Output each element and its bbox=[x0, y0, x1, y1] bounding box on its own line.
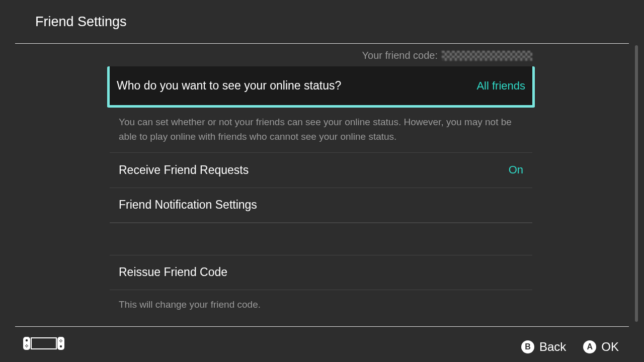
svg-point-5 bbox=[26, 344, 27, 345]
ok-label: OK bbox=[601, 340, 619, 354]
spacer-row bbox=[110, 223, 532, 255]
svg-point-7 bbox=[27, 345, 28, 346]
setting-receive-requests-value: On bbox=[509, 163, 523, 176]
header: Friend Settings bbox=[0, 0, 644, 43]
b-button-icon: B bbox=[521, 340, 534, 353]
svg-point-8 bbox=[26, 346, 27, 347]
svg-point-12 bbox=[60, 341, 61, 342]
setting-online-status-value: All friends bbox=[476, 79, 525, 93]
page-title: Friend Settings bbox=[35, 14, 127, 30]
setting-reissue-code[interactable]: Reissue Friend Code bbox=[110, 255, 532, 290]
svg-point-11 bbox=[61, 340, 62, 341]
setting-notifications-label: Friend Notification Settings bbox=[119, 198, 257, 212]
setting-receive-requests-label: Receive Friend Requests bbox=[119, 163, 249, 177]
svg-point-9 bbox=[60, 339, 61, 340]
controller-icon bbox=[23, 336, 64, 351]
svg-point-6 bbox=[25, 345, 26, 346]
svg-point-4 bbox=[60, 345, 62, 347]
friend-code-value bbox=[442, 51, 532, 61]
setting-online-status-label: Who do you want to see your online statu… bbox=[117, 79, 341, 93]
setting-online-status-description: You can set whether or not your friends … bbox=[110, 108, 532, 152]
svg-rect-2 bbox=[31, 338, 56, 349]
scrollbar[interactable] bbox=[635, 45, 638, 322]
setting-reissue-code-description: This will change your friend code. bbox=[110, 290, 532, 320]
ok-action[interactable]: A OK bbox=[583, 340, 619, 354]
footer-actions: B Back A OK bbox=[521, 340, 619, 354]
footer: B Back A OK bbox=[0, 327, 644, 362]
a-button-icon: A bbox=[583, 340, 596, 353]
setting-receive-requests[interactable]: Receive Friend Requests On bbox=[110, 152, 532, 188]
settings-panel: Your friend code: Who do you want to see… bbox=[110, 44, 532, 320]
setting-reissue-code-label: Reissue Friend Code bbox=[119, 265, 227, 279]
back-label: Back bbox=[539, 340, 566, 354]
svg-point-3 bbox=[26, 339, 28, 341]
back-action[interactable]: B Back bbox=[521, 340, 566, 354]
friend-code-label: Your friend code: bbox=[362, 50, 438, 61]
svg-rect-1 bbox=[57, 337, 64, 350]
svg-point-10 bbox=[59, 340, 60, 341]
friend-code-row: Your friend code: bbox=[110, 44, 532, 66]
svg-rect-0 bbox=[23, 337, 30, 350]
setting-notifications[interactable]: Friend Notification Settings bbox=[110, 188, 532, 223]
setting-online-status[interactable]: Who do you want to see your online statu… bbox=[107, 66, 535, 108]
